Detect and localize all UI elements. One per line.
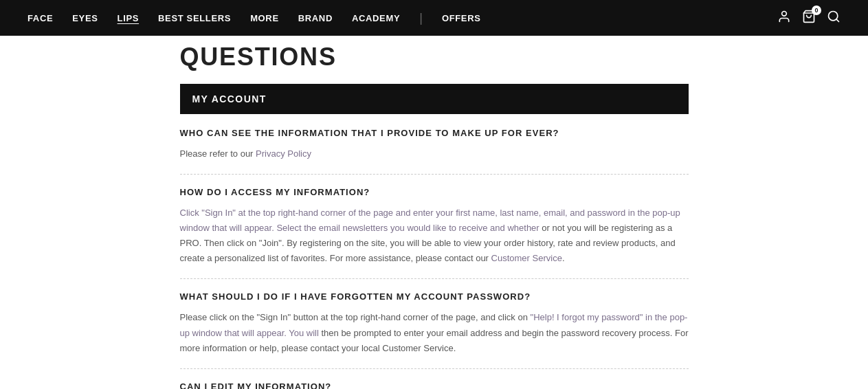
page-title: QUESTIONS — [180, 43, 689, 71]
faq-item-3: WHAT SHOULD I DO IF I HAVE FORGOTTEN MY … — [180, 291, 689, 368]
faq-question-3: WHAT SHOULD I DO IF I HAVE FORGOTTEN MY … — [180, 291, 689, 302]
faq-question-4: CAN I EDIT MY INFORMATION? — [180, 381, 689, 389]
faq-item-4: CAN I EDIT MY INFORMATION? You can edit … — [180, 381, 689, 389]
faq-answer-3: Please click on the "Sign In" button at … — [180, 310, 689, 355]
nav-lips[interactable]: LIPS — [118, 13, 140, 23]
nav-divider: | — [419, 11, 423, 25]
section-header: MY ACCOUNT — [180, 84, 689, 114]
svg-point-0 — [782, 11, 787, 16]
nav-eyes[interactable]: EYES — [72, 13, 98, 23]
nav-best-sellers[interactable]: BEST SELLERS — [158, 13, 231, 23]
navbar: FACE EYES LIPS BEST SELLERS MORE BRAND A… — [0, 0, 868, 36]
svg-line-3 — [836, 19, 839, 21]
nav-more[interactable]: MORE — [250, 13, 279, 23]
nav-offers[interactable]: OFFERS — [442, 13, 481, 23]
faq-answer-2: Click "Sign In" at the top right-hand co… — [180, 205, 689, 266]
faq-question-2: HOW DO I ACCESS MY INFORMATION? — [180, 187, 689, 197]
faq-question-1: WHO CAN SEE THE INFORMATION THAT I PROVI… — [180, 128, 689, 138]
nav-brand[interactable]: BRAND — [298, 13, 333, 23]
cart-icon[interactable]: 0 — [802, 10, 816, 27]
search-icon[interactable] — [827, 10, 841, 27]
faq-item-1: WHO CAN SEE THE INFORMATION THAT I PROVI… — [180, 128, 689, 175]
faq-item-2: HOW DO I ACCESS MY INFORMATION? Click "S… — [180, 187, 689, 279]
privacy-policy-link[interactable]: Privacy Policy — [256, 148, 311, 159]
faq-answer-1: Please refer to our Privacy Policy — [180, 146, 689, 162]
nav-links: FACE EYES LIPS BEST SELLERS MORE BRAND A… — [27, 11, 481, 25]
nav-face[interactable]: FACE — [27, 13, 53, 23]
account-icon[interactable] — [777, 10, 791, 27]
nav-academy[interactable]: ACADEMY — [352, 13, 400, 23]
cart-count: 0 — [812, 5, 821, 15]
main-content: QUESTIONS MY ACCOUNT WHO CAN SEE THE INF… — [166, 43, 702, 389]
nav-icons: 0 — [777, 10, 841, 27]
